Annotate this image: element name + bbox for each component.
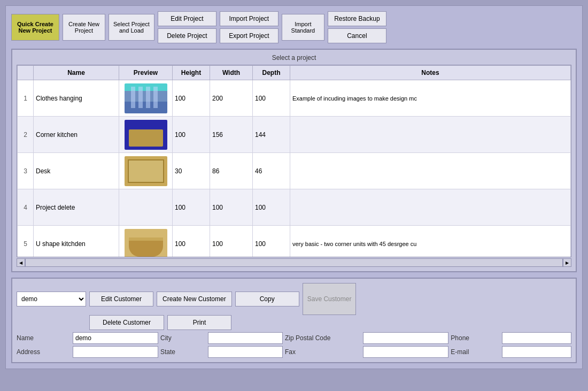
row-name: U shape kitchden: [34, 226, 119, 257]
table-row[interactable]: 5U shape kitchden100100100very basic - t…: [18, 226, 571, 257]
fax-input[interactable]: [363, 346, 448, 358]
name-label: Name: [17, 334, 71, 342]
row-height: 100: [173, 117, 210, 153]
save-customer-button[interactable]: Save Customer: [303, 283, 357, 315]
city-label: City: [160, 334, 206, 342]
row-notes: [290, 117, 571, 153]
row-depth: 100: [253, 226, 290, 257]
table-row[interactable]: 1Clothes hanging100200100Example of incu…: [18, 80, 571, 117]
col-preview-header: Preview: [119, 66, 173, 80]
select-project-button[interactable]: Select Project and Load: [109, 14, 154, 41]
phone-label: Phone: [451, 334, 500, 342]
hscroll-right-arrow[interactable]: ▶: [563, 258, 571, 267]
row-depth: 100: [253, 80, 290, 117]
table-row[interactable]: 2Corner kitchen100156144: [18, 117, 571, 153]
row-notes: very basic - two corner units with 45 de…: [290, 226, 571, 257]
hscroll-track[interactable]: [25, 258, 563, 267]
table-row[interactable]: 4Project delete100100100: [18, 189, 571, 226]
row-width: 86: [210, 153, 253, 189]
delete-customer-button[interactable]: Delete Customer: [89, 315, 164, 330]
state-input[interactable]: [208, 346, 283, 358]
row-number: 3: [18, 153, 34, 189]
table-row[interactable]: 3Desk308646: [18, 153, 571, 189]
zip-input[interactable]: [363, 332, 448, 344]
main-container: Quick Create New Project Create New Proj…: [5, 5, 583, 369]
row-preview: [119, 80, 173, 117]
select-project-label: Select a project: [17, 54, 571, 62]
row-name: Desk: [34, 153, 119, 189]
row-width: 100: [210, 226, 253, 257]
cancel-button[interactable]: Cancel: [328, 28, 386, 43]
edit-customer-button[interactable]: Edit Customer: [89, 292, 153, 306]
customer-row1: demo Edit Customer Create New Customer C…: [17, 283, 571, 315]
col-num-header: [18, 66, 34, 80]
row-name: Corner kitchen: [34, 117, 119, 153]
main-panel: Select a project: [11, 49, 577, 272]
fax-label: Fax: [285, 348, 361, 356]
project-actions: Edit Project Delete Project: [158, 11, 216, 43]
row-number: 4: [18, 189, 34, 226]
row-height: 100: [173, 80, 210, 117]
row-depth: 144: [253, 117, 290, 153]
row-height: 100: [173, 226, 210, 257]
row-preview: [119, 226, 173, 257]
col-height-header: Height: [173, 66, 210, 80]
row-notes: [290, 189, 571, 226]
hscroll-left-arrow[interactable]: ◀: [17, 258, 25, 267]
import-export-actions: Import Project Export Project: [220, 11, 278, 43]
table-scroll[interactable]: Name Preview Height Width Depth Notes 1C…: [17, 65, 571, 257]
name-input[interactable]: [73, 332, 158, 344]
copy-button[interactable]: Copy: [235, 292, 299, 306]
row-number: 1: [18, 80, 34, 117]
row-number: 5: [18, 226, 34, 257]
row-notes: Example of incuding images to make desig…: [290, 80, 571, 117]
row-number: 2: [18, 117, 34, 153]
project-table: Name Preview Height Width Depth Notes 1C…: [17, 65, 571, 257]
customer-fields: Name City Zip Postal Code Phone Address …: [17, 332, 571, 358]
row-height: 100: [173, 189, 210, 226]
edit-project-button[interactable]: Edit Project: [158, 11, 216, 26]
delete-project-button[interactable]: Delete Project: [158, 28, 216, 43]
row-height: 30: [173, 153, 210, 189]
backup-cancel: Restore Backup Cancel: [328, 11, 386, 43]
customer-panel: demo Edit Customer Create New Customer C…: [11, 278, 577, 363]
col-depth-header: Depth: [253, 66, 290, 80]
row-width: 156: [210, 117, 253, 153]
email-label: E-mail: [451, 348, 500, 356]
col-notes-header: Notes: [290, 66, 571, 80]
import-project-button[interactable]: Import Project: [220, 11, 278, 26]
print-button[interactable]: Print: [167, 315, 231, 330]
zip-label: Zip Postal Code: [285, 334, 361, 342]
row-width: 200: [210, 80, 253, 117]
row-depth: 46: [253, 153, 290, 189]
export-project-button[interactable]: Export Project: [220, 28, 278, 43]
address-label: Address: [17, 348, 71, 356]
project-table-wrapper: Name Preview Height Width Depth Notes 1C…: [17, 65, 571, 257]
row-name: Clothes hanging: [34, 80, 119, 117]
email-input[interactable]: [502, 346, 571, 358]
create-new-customer-button[interactable]: Create New Customer: [157, 292, 232, 306]
customer-row2: Delete Customer Print: [17, 315, 571, 330]
city-input[interactable]: [208, 332, 283, 344]
create-new-button[interactable]: Create New Project: [63, 14, 105, 41]
hscroll-area: ◀ ▶: [17, 258, 571, 267]
phone-input[interactable]: [502, 332, 571, 344]
row-notes: [290, 153, 571, 189]
col-name-header: Name: [34, 66, 119, 80]
import-standard-button[interactable]: Import Standard: [282, 14, 324, 41]
quick-create-button[interactable]: Quick Create New Project: [11, 14, 59, 41]
col-width-header: Width: [210, 66, 253, 80]
address-input[interactable]: [73, 346, 158, 358]
restore-backup-button[interactable]: Restore Backup: [328, 11, 386, 26]
row-preview: [119, 117, 173, 153]
state-label: State: [160, 348, 206, 356]
row-depth: 100: [253, 189, 290, 226]
toolbar: Quick Create New Project Create New Proj…: [11, 11, 577, 43]
customer-select[interactable]: demo: [17, 292, 86, 306]
row-width: 100: [210, 189, 253, 226]
row-name: Project delete: [34, 189, 119, 226]
row-preview: [119, 153, 173, 189]
row-preview: [119, 189, 173, 226]
